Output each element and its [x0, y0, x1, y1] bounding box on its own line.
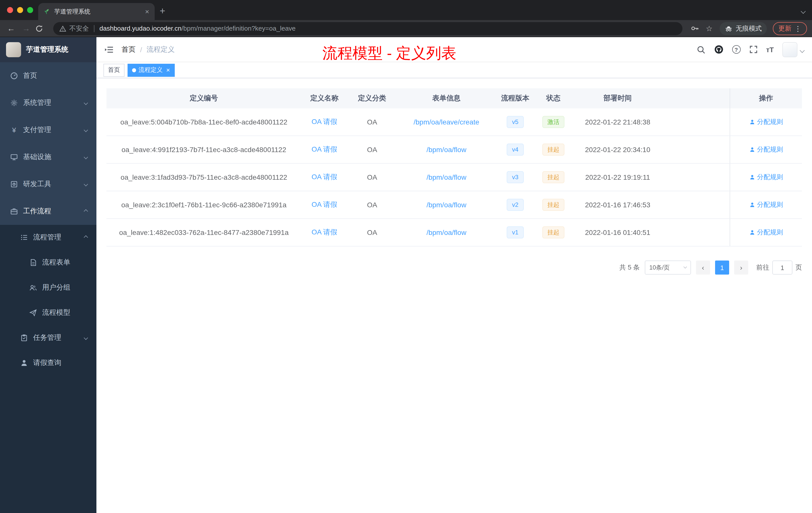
breadcrumb-separator: / [140, 46, 142, 54]
sidebar-item-label: 任务管理 [33, 333, 61, 342]
new-tab-button[interactable]: + [160, 5, 165, 17]
user-icon [749, 230, 755, 235]
sidebar-item-home[interactable]: 首页 [0, 62, 96, 89]
font-size-icon[interactable]: тT [766, 46, 774, 54]
search-icon[interactable] [696, 45, 705, 54]
goto-suffix: 页 [795, 263, 802, 272]
sidebar-item-process-forms[interactable]: 流程表单 [0, 250, 96, 275]
app-shell: 芋道管理系统 首页 系统管理 ¥ 支付管理 [0, 37, 812, 513]
bookmark-star-icon[interactable]: ☆ [704, 24, 715, 33]
zoom-window-button[interactable] [27, 7, 33, 13]
definition-name-link[interactable]: OA 请假 [312, 145, 338, 153]
page-number-button[interactable]: 1 [715, 261, 729, 275]
tab-search-icon[interactable] [802, 6, 805, 15]
form-link[interactable]: /bpm/oa/flow [427, 201, 466, 209]
status-badge: 挂起 [542, 199, 564, 211]
main-area: 流程模型 - 定义列表 首页 / 流程定义 ? [96, 37, 812, 513]
omnibox-divider [94, 25, 94, 32]
page-size-select[interactable]: 10条/页 [645, 261, 691, 275]
sidebar-item-devtools[interactable]: 研发工具 [0, 171, 96, 198]
sidebar-item-system[interactable]: 系统管理 [0, 89, 96, 117]
reload-icon[interactable] [35, 24, 47, 32]
update-label: 更新 [778, 24, 791, 33]
assign-rule-button[interactable]: 分配规则 [749, 145, 783, 154]
toolbox-icon [10, 180, 18, 188]
tab-close-icon[interactable]: × [144, 8, 151, 15]
definition-name-link[interactable]: OA 请假 [312, 228, 338, 236]
sidebar-item-infrastructure[interactable]: 基础设施 [0, 144, 96, 171]
sidebar-item-label: 支付管理 [23, 125, 51, 134]
yen-icon: ¥ [10, 126, 18, 134]
form-link[interactable]: /bpm/oa/flow [427, 229, 466, 236]
sidebar-toggle-icon[interactable] [105, 46, 114, 54]
column-header: 定义分类 [348, 94, 397, 103]
help-icon[interactable]: ? [732, 45, 741, 54]
definition-name-link[interactable]: OA 请假 [312, 200, 338, 208]
form-link[interactable]: /bpm/oa/flow [427, 173, 466, 181]
breadcrumb-home[interactable]: 首页 [121, 45, 136, 54]
user-menu[interactable] [782, 42, 804, 57]
browser-tab[interactable]: 芋道管理系统 × [38, 3, 155, 20]
forward-icon[interactable]: → [20, 24, 32, 33]
user-icon [749, 147, 755, 153]
sidebar-item-task-management[interactable]: 任务管理 [0, 325, 96, 350]
caret-down-icon [801, 45, 804, 54]
assign-rule-button[interactable]: 分配规则 [749, 228, 783, 237]
back-icon[interactable]: ← [5, 24, 17, 33]
assign-rule-button[interactable]: 分配规则 [749, 200, 783, 209]
definition-id: oa_leave:5:004b710b-7b8a-11ec-8ef0-acde4… [107, 118, 301, 126]
version-tag: v1 [507, 227, 524, 238]
sidebar-item-user-groups[interactable]: 用户分组 [0, 275, 96, 300]
version-tag: v2 [507, 199, 524, 211]
sidebar-item-label: 研发工具 [23, 180, 51, 189]
goto-prefix: 前往 [756, 263, 769, 272]
browser-menu-button[interactable]: 更新 ⋮ [773, 22, 807, 35]
definition-category: OA [348, 229, 397, 236]
column-header: 部署时间 [573, 94, 663, 103]
close-window-button[interactable] [7, 7, 13, 13]
tag-label: 流程定义 [139, 66, 163, 74]
document-icon [29, 259, 37, 267]
form-link[interactable]: /bpm/oa/leave/create [413, 118, 479, 126]
form-link[interactable]: /bpm/oa/flow [427, 146, 466, 154]
browser-toolbar: ← → 不安全 dashboard.yudao.iocoder.cn /bpm/… [0, 20, 812, 37]
sidebar-item-process-management[interactable]: 流程管理 [0, 225, 96, 250]
assign-rule-button[interactable]: 分配规则 [749, 117, 783, 126]
sidebar-item-process-models[interactable]: 流程模型 [0, 300, 96, 325]
github-icon[interactable] [714, 45, 723, 54]
definition-name-link[interactable]: OA 请假 [312, 117, 338, 125]
column-header: 定义名称 [301, 94, 348, 103]
sidebar-item-workflow[interactable]: 工作流程 [0, 198, 96, 225]
definition-category: OA [348, 201, 397, 209]
chevron-down-icon [84, 101, 88, 105]
clipboard-icon [20, 334, 28, 342]
sidebar-item-label: 工作流程 [23, 207, 51, 216]
prev-page-button[interactable]: ‹ [696, 261, 710, 275]
tag-process-definition[interactable]: 流程定义 × [127, 63, 174, 77]
chevron-up-icon [84, 235, 88, 240]
user-icon [749, 119, 755, 125]
sidebar-item-label: 首页 [23, 71, 37, 80]
user-icon [749, 174, 755, 180]
sidebar-logo[interactable]: 芋道管理系统 [0, 37, 96, 62]
definition-name-link[interactable]: OA 请假 [312, 173, 338, 181]
chevron-up-icon [84, 209, 88, 214]
fullscreen-icon[interactable] [749, 45, 757, 54]
sidebar-item-payment[interactable]: ¥ 支付管理 [0, 117, 96, 144]
url-path: /bpm/manager/definition?key=oa_leave [181, 25, 296, 32]
assign-rule-button[interactable]: 分配规则 [749, 173, 783, 182]
sidebar-item-leave-query[interactable]: 请假查询 [0, 350, 96, 375]
definition-id: oa_leave:1:482ec033-762a-11ec-8477-a2380… [107, 229, 301, 236]
incognito-badge: 无痕模式 [720, 22, 767, 35]
tag-close-icon[interactable]: × [166, 67, 170, 73]
goto-page: 前往 页 [756, 261, 802, 275]
goto-page-input[interactable] [772, 261, 792, 275]
chevron-down-icon [684, 265, 687, 269]
next-page-button[interactable]: › [734, 261, 748, 275]
password-key-icon[interactable] [688, 24, 701, 33]
address-bar[interactable]: 不安全 dashboard.yudao.iocoder.cn /bpm/mana… [53, 22, 682, 35]
minimize-window-button[interactable] [17, 7, 23, 13]
deploy-time: 2022-01-16 01:40:51 [573, 229, 663, 236]
tag-home[interactable]: 首页 [104, 63, 124, 77]
window-controls [7, 7, 33, 13]
